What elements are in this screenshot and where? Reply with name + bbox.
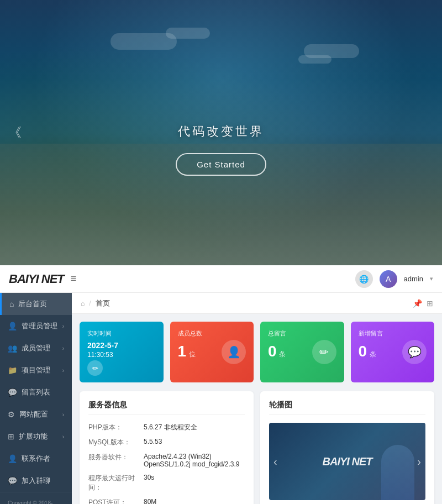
group-icon: 💬 xyxy=(8,476,17,485)
realtime-date: 2022-5-7 xyxy=(87,341,156,350)
menu-toggle-icon[interactable]: ≡ xyxy=(71,273,77,285)
messages-icon-bg: ✏ xyxy=(312,340,336,364)
logo: BAIYI NET xyxy=(9,272,64,286)
stat-card-members: 成员总数 1 位 👤 xyxy=(170,322,254,382)
main-layout: ⌂ 后台首页 👤 管理员管理 › 👥 成员管理 › 📁 项目管理 › xyxy=(0,293,442,504)
hero-prev-icon[interactable]: 《 xyxy=(8,124,22,141)
info-sections: 服务器信息 PHP版本： 5.6.27 非线程安全 MySQL版本： 5.5.5… xyxy=(80,391,434,504)
admin-panel: BAIYI NET ≡ 🌐 A admin ▾ ⌂ 后台首页 👤 管理员管理 › xyxy=(0,265,442,504)
chat-icon: 💬 xyxy=(408,345,422,359)
chevron-right-icon: › xyxy=(62,345,64,351)
topbar-right: 🌐 A admin ▾ xyxy=(355,270,433,288)
sidebar-copyright: Copyright © 2018-2022. 新源代 All rights re… xyxy=(0,492,72,504)
new-messages-value: 0 xyxy=(359,343,367,360)
hero-content: 代码改变世界 Get Started xyxy=(176,123,266,176)
sidebar-item-config[interactable]: ⚙ 网站配置 › xyxy=(0,403,72,426)
chevron-right-icon: › xyxy=(62,412,64,418)
mysql-key: MySQL版本： xyxy=(88,438,144,447)
sidebar-item-group[interactable]: 💬 加入群聊 xyxy=(0,470,72,492)
edit-icon[interactable]: ✏ xyxy=(87,360,103,376)
breadcrumb: ⌂ / 首页 📌 ⊞ xyxy=(72,293,442,314)
admin-dropdown-icon[interactable]: ▾ xyxy=(430,275,433,282)
info-row-mysql: MySQL版本： 5.5.53 xyxy=(88,438,245,447)
members-icon-bg: 👤 xyxy=(222,340,246,364)
avatar[interactable]: A xyxy=(380,270,397,288)
admin-name[interactable]: admin xyxy=(404,275,423,283)
members-label: 成员总数 xyxy=(178,329,246,338)
server-val: Apache/2.4.23 (Win32) OpenSSL/1.0.2j mod… xyxy=(144,453,245,468)
stats-row: 实时时间 2022-5-7 11:30:53 ✏ 成员总数 1 位 xyxy=(80,322,434,382)
sidebar-item-home[interactable]: ⌂ 后台首页 xyxy=(0,293,72,315)
post-key: POST许可： xyxy=(88,498,144,504)
members-icon: 👥 xyxy=(8,344,17,353)
messages-unit: 条 xyxy=(279,350,286,358)
maxtime-val: 30s xyxy=(144,474,245,492)
info-row-php: PHP版本： 5.6.27 非线程安全 xyxy=(88,423,245,432)
info-row-maxtime: 程序最大运行时间： 30s xyxy=(88,474,245,492)
extension-icon: ⊞ xyxy=(8,432,14,441)
sidebar-item-label: 扩展功能 xyxy=(19,432,48,442)
info-row-server: 服务器软件： Apache/2.4.23 (Win32) OpenSSL/1.0… xyxy=(88,453,245,468)
topbar: BAIYI NET ≡ 🌐 A admin ▾ xyxy=(0,265,442,293)
stat-card-realtime: 实时时间 2022-5-7 11:30:53 ✏ xyxy=(80,322,164,382)
carousel-card: 轮播图 ‹ BAIYI NET › xyxy=(260,391,434,504)
info-row-post: POST许可： 80M xyxy=(88,498,245,504)
stat-card-new-messages: 新增留言 0 条 💬 xyxy=(351,322,435,382)
breadcrumb-separator: / xyxy=(89,300,91,307)
sidebar: ⌂ 后台首页 👤 管理员管理 › 👥 成员管理 › 📁 项目管理 › xyxy=(0,293,72,504)
hero-banner: 《 代码改变世界 Get Started xyxy=(0,0,442,265)
mysql-val: 5.5.53 xyxy=(144,438,245,447)
sidebar-item-label: 留言列表 xyxy=(22,387,50,397)
globe-icon[interactable]: 🌐 xyxy=(355,270,373,288)
sidebar-item-messages[interactable]: 💬 留言列表 xyxy=(0,381,72,403)
sidebar-item-label: 项目管理 xyxy=(22,365,50,375)
sidebar-item-members[interactable]: 👥 成员管理 › xyxy=(0,337,72,359)
carousel-character xyxy=(381,445,414,500)
carousel-next-button[interactable]: › xyxy=(417,455,421,468)
grid-icon[interactable]: ⊞ xyxy=(427,299,433,308)
cloud-4 xyxy=(298,55,332,64)
chevron-right-icon: › xyxy=(62,368,64,374)
messages-label: 总留言 xyxy=(268,329,336,338)
chevron-right-icon: › xyxy=(62,434,64,440)
contact-icon: 👤 xyxy=(8,454,17,463)
messages-value: 0 xyxy=(268,343,277,360)
realtime-time: 11:30:53 xyxy=(87,351,156,359)
sidebar-item-label: 加入群聊 xyxy=(22,476,50,486)
sidebar-item-label: 联系作者 xyxy=(22,454,50,464)
carousel-logo: BAIYI NET xyxy=(323,455,372,468)
breadcrumb-actions: 📌 ⊞ xyxy=(413,299,433,308)
carousel-preview: ‹ BAIYI NET › xyxy=(269,423,425,500)
pin-icon[interactable]: 📌 xyxy=(413,299,422,308)
php-val: 5.6.27 非线程安全 xyxy=(144,423,245,432)
chevron-right-icon: › xyxy=(62,323,64,329)
sidebar-item-contact[interactable]: 👤 联系作者 xyxy=(0,448,72,470)
messages-icon: 💬 xyxy=(8,388,17,397)
admin-icon: 👤 xyxy=(8,322,17,330)
hero-title: 代码改变世界 xyxy=(176,123,266,140)
get-started-button[interactable]: Get Started xyxy=(176,153,266,176)
cloud-2 xyxy=(166,28,210,39)
home-icon: ⌂ xyxy=(9,300,14,308)
sidebar-item-label: 网站配置 xyxy=(19,410,48,419)
server-key: 服务器软件： xyxy=(88,453,144,468)
new-messages-icon-bg: 💬 xyxy=(402,340,427,364)
stat-card-messages: 总留言 0 条 ✏ xyxy=(260,322,344,382)
carousel-title: 轮播图 xyxy=(269,400,425,415)
new-messages-label: 新增留言 xyxy=(359,329,427,338)
content-area: ⌂ / 首页 📌 ⊞ 实时时间 2022-5-7 11:30:53 xyxy=(72,293,442,504)
sidebar-item-admin[interactable]: 👤 管理员管理 › xyxy=(0,315,72,337)
sidebar-item-extensions[interactable]: ⊞ 扩展功能 › xyxy=(0,426,72,448)
php-key: PHP版本： xyxy=(88,423,144,432)
breadcrumb-current: 首页 xyxy=(96,298,110,308)
members-value: 1 xyxy=(178,343,187,360)
sidebar-item-projects[interactable]: 📁 项目管理 › xyxy=(0,359,72,381)
sidebar-item-label: 管理员管理 xyxy=(22,321,57,331)
carousel-prev-button[interactable]: ‹ xyxy=(273,455,277,468)
settings-icon: ⚙ xyxy=(8,410,15,419)
sidebar-item-label: 后台首页 xyxy=(18,299,47,309)
maxtime-key: 程序最大运行时间： xyxy=(88,474,144,492)
project-icon: 📁 xyxy=(8,366,17,375)
sidebar-item-label: 成员管理 xyxy=(22,343,50,353)
person-icon: 👤 xyxy=(227,345,241,359)
